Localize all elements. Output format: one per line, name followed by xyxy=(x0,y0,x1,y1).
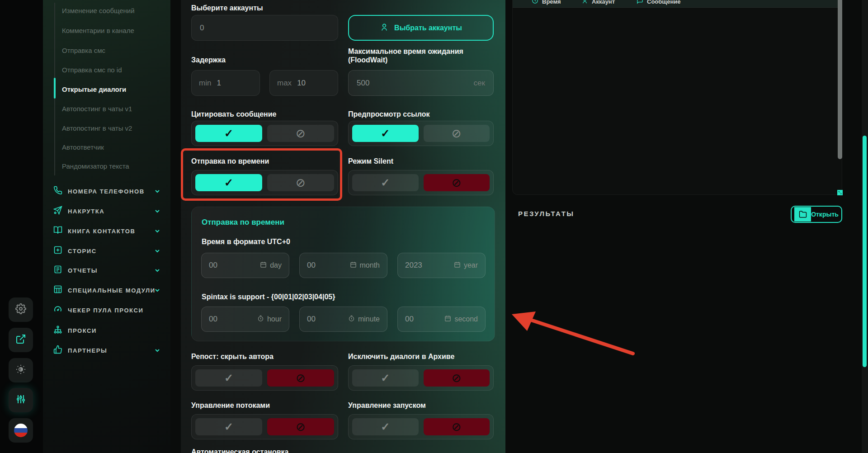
chevron-down-icon[interactable] xyxy=(154,188,161,197)
year-input[interactable]: 2023 year xyxy=(397,253,486,278)
day-input[interactable]: 00 day xyxy=(201,253,289,278)
column-message-label: Сообщение xyxy=(647,0,681,5)
launch-control-toggle[interactable] xyxy=(348,414,494,439)
theme-button[interactable] xyxy=(9,358,33,382)
hour-input[interactable]: 00 hour xyxy=(201,307,289,332)
sidebar-item-autoposting-v1[interactable]: Автопостинг в чаты v1 xyxy=(62,105,132,113)
sidebar-item-open-dialogs[interactable]: Открытые диалоги xyxy=(62,85,126,93)
chevron-down-icon[interactable] xyxy=(154,347,161,356)
delay-min-input[interactable]: min1 xyxy=(191,70,260,96)
block-icon[interactable] xyxy=(267,418,334,435)
sidebar-item-autoresponder[interactable]: Автоответчик xyxy=(62,143,104,151)
auto-stop-label: Автоматическая остановка xyxy=(191,448,289,453)
block-icon[interactable] xyxy=(267,174,334,191)
timed-send-panel-title: Отправка по времени xyxy=(202,218,284,227)
calendar-icon xyxy=(350,261,357,270)
block-icon[interactable] xyxy=(424,418,490,435)
month-value: 00 xyxy=(307,261,316,270)
chevron-down-icon[interactable] xyxy=(154,287,161,296)
block-icon[interactable] xyxy=(424,125,490,142)
block-icon[interactable] xyxy=(424,174,490,191)
second-value: 00 xyxy=(405,315,414,324)
second-input[interactable]: 00 second xyxy=(397,307,486,332)
exclude-archive-toggle[interactable] xyxy=(348,365,494,391)
sidebar-section-reports[interactable]: ОТЧЕТЫ xyxy=(53,265,162,276)
table-scrollbar-thumb[interactable] xyxy=(838,0,842,159)
sidebar-section-special-modules[interactable]: СПЕЦИАЛЬНЫЕ МОДУЛИ xyxy=(53,285,162,296)
open-results-label: Открыть xyxy=(811,207,839,222)
plus-square-icon xyxy=(53,245,62,256)
language-button[interactable] xyxy=(9,418,33,443)
filters-button[interactable] xyxy=(9,388,33,412)
sidebar-item-autoposting-v2[interactable]: Автопостинг в чаты v2 xyxy=(62,124,132,132)
sidebar-item-edit-messages[interactable]: Изменение сообщений xyxy=(62,7,135,14)
chevron-down-icon[interactable] xyxy=(154,208,161,217)
block-icon[interactable] xyxy=(424,369,490,387)
speedometer-icon xyxy=(53,305,62,316)
chevron-down-icon[interactable] xyxy=(154,267,161,276)
delay-max-input[interactable]: max10 xyxy=(269,70,338,96)
preview-toggle[interactable] xyxy=(348,121,494,146)
chevron-down-icon[interactable] xyxy=(154,227,161,236)
open-results-button[interactable]: Открыть xyxy=(791,206,842,223)
external-window-button[interactable] xyxy=(9,328,33,352)
column-time-label: Время xyxy=(542,0,561,5)
check-icon[interactable] xyxy=(195,369,262,387)
sidebar-section-phone-numbers[interactable]: НОМЕРА ТЕЛЕФОНОВ xyxy=(53,186,162,197)
check-icon[interactable] xyxy=(195,418,262,435)
settings-button[interactable] xyxy=(9,297,33,322)
threads-toggle-label: Управление потоками xyxy=(191,401,270,409)
check-icon[interactable] xyxy=(352,125,419,142)
sidebar-section-partners[interactable]: ПАРТНЕРЫ xyxy=(53,345,162,356)
accounts-count-input[interactable]: 0 xyxy=(191,15,338,41)
accounts-count-value: 0 xyxy=(200,24,204,33)
silent-mode-toggle[interactable] xyxy=(348,170,494,195)
check-icon[interactable] xyxy=(352,369,419,387)
sidebar-section-proxy-checker[interactable]: ЧЕКЕР ПУЛА ПРОКСИ xyxy=(53,305,162,316)
calendar-icon xyxy=(454,261,461,270)
sidebar-item-text-randomizer[interactable]: Рандомизатор текста xyxy=(62,162,129,170)
month-input[interactable]: 00 month xyxy=(299,253,387,278)
check-icon[interactable] xyxy=(352,418,419,435)
sidebar-item-send-sms[interactable]: Отправка смс xyxy=(62,47,105,54)
page-scrollbar-thumb[interactable] xyxy=(863,136,867,367)
choose-accounts-button[interactable]: Выбрать аккаунты xyxy=(348,15,494,41)
gear-icon xyxy=(15,303,26,316)
sidebar-section-label: НОМЕРА ТЕЛЕФОНОВ xyxy=(68,188,145,195)
column-time[interactable]: Время xyxy=(532,0,561,5)
utc-time-label: Время в формате UTC+0 xyxy=(202,238,290,246)
check-icon[interactable] xyxy=(195,125,262,142)
sidebar-section-label: СТОРИС xyxy=(68,248,97,255)
year-value: 2023 xyxy=(405,261,422,270)
calendar-icon xyxy=(260,261,267,270)
thread-control-toggle[interactable] xyxy=(191,414,338,439)
app-window: Изменение сообщений Комментарии в канале… xyxy=(0,0,868,453)
check-icon[interactable] xyxy=(195,174,262,191)
chevron-down-icon[interactable] xyxy=(154,247,161,256)
floodwait-input[interactable]: 500 сек xyxy=(348,70,494,96)
repost-hide-author-toggle[interactable] xyxy=(191,365,338,391)
sidebar-section-label: КНИГА КОНТАКТОВ xyxy=(68,228,136,235)
launch-toggle-label: Управление запуском xyxy=(348,401,426,409)
month-unit: month xyxy=(360,261,380,269)
column-account[interactable]: Аккаунт xyxy=(581,0,615,5)
user-icon xyxy=(380,23,389,33)
modules-grid-icon xyxy=(53,285,62,296)
minute-input[interactable]: 00 minute xyxy=(299,307,387,332)
sidebar-item-send-sms-by-id[interactable]: Отправка смс по id xyxy=(62,66,122,74)
block-icon[interactable] xyxy=(267,125,334,142)
quote-toggle[interactable] xyxy=(191,121,338,146)
second-unit: second xyxy=(454,315,478,323)
sidebar-section-contact-book[interactable]: КНИГА КОНТАКТОВ xyxy=(53,226,162,236)
timed-send-toggle[interactable] xyxy=(191,170,338,195)
sidebar-section-boosting[interactable]: НАКРУТКА xyxy=(53,206,162,217)
block-icon[interactable] xyxy=(267,369,334,387)
sidebar-item-channel-comments[interactable]: Комментарии в канале xyxy=(62,27,134,34)
column-account-label: Аккаунт xyxy=(592,0,615,5)
check-icon[interactable] xyxy=(352,174,419,191)
column-message[interactable]: Сообщение xyxy=(637,0,681,5)
settings-form-panel: Выберите аккаунты 0 Выбрать аккаунты Зад… xyxy=(181,0,505,453)
table-resize-handle[interactable]: ⤡ xyxy=(837,190,843,195)
sidebar-section-stories[interactable]: СТОРИС xyxy=(53,245,162,256)
sidebar-section-proxy[interactable]: ПРОКСИ xyxy=(53,325,162,336)
